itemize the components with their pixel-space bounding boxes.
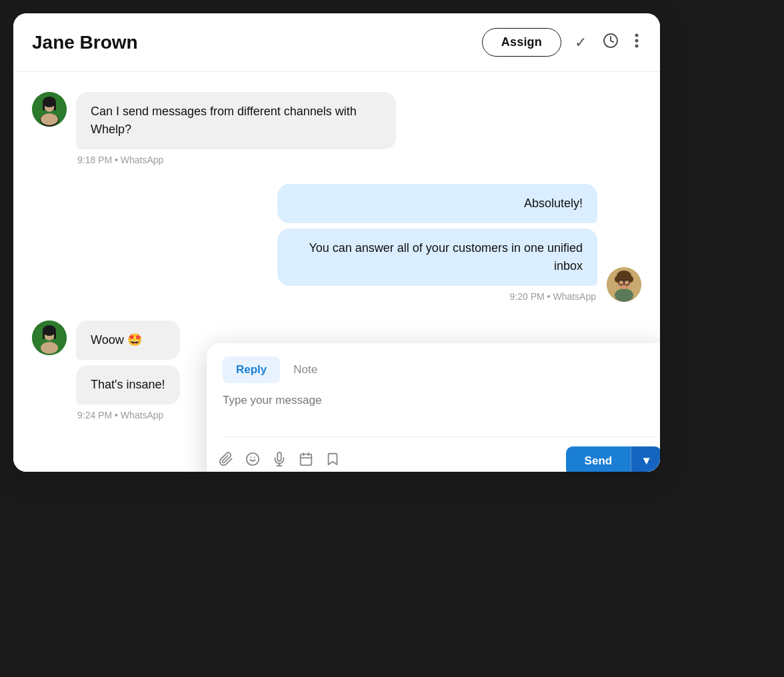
message-content: Can I send messages from different chann… xyxy=(76,92,396,165)
svg-rect-10 xyxy=(43,103,45,111)
note-tab[interactable]: Note xyxy=(280,356,331,383)
message-bubble: Absolutely! xyxy=(277,184,597,223)
svg-point-23 xyxy=(41,342,58,354)
chat-title: Jane Brown xyxy=(32,32,138,53)
reply-box: Reply Note xyxy=(207,343,660,472)
message-bubble: Can I send messages from different chann… xyxy=(76,92,396,149)
message-meta: 9:24 PM • WhatsApp xyxy=(76,410,180,420)
avatar xyxy=(32,92,67,127)
chat-header: Jane Brown Assign ✓ xyxy=(13,13,660,72)
send-button-group: Send ▼ xyxy=(566,446,660,472)
svg-point-13 xyxy=(615,289,633,302)
message-content: Woow 🤩 That's insane! 9:24 PM • WhatsApp xyxy=(76,321,180,420)
message-input[interactable] xyxy=(223,394,657,420)
mic-icon[interactable] xyxy=(272,452,287,470)
bookmark-icon[interactable] xyxy=(325,452,340,470)
chat-window: Jane Brown Assign ✓ xyxy=(13,13,660,472)
calendar-icon[interactable] xyxy=(299,452,313,470)
reply-toolbar: Send ▼ xyxy=(207,437,660,472)
svg-point-1 xyxy=(635,33,639,37)
clock-button[interactable] xyxy=(600,30,621,55)
clock-icon xyxy=(603,33,619,53)
message-bubble: Woow 🤩 xyxy=(76,321,180,360)
send-dropdown-button[interactable]: ▼ xyxy=(631,446,660,472)
message-meta: 9:20 PM • WhatsApp xyxy=(510,291,597,302)
reply-tools xyxy=(219,452,340,470)
chevron-down-icon: ▼ xyxy=(641,454,652,467)
bubble-group: Woow 🤩 That's insane! xyxy=(76,321,180,404)
svg-rect-32 xyxy=(301,454,312,466)
svg-rect-11 xyxy=(54,103,56,111)
bubble-group: Can I send messages from different chann… xyxy=(76,92,396,149)
more-icon xyxy=(635,33,639,53)
more-button[interactable] xyxy=(632,30,641,55)
avatar xyxy=(607,267,641,302)
reply-input-area[interactable] xyxy=(207,383,660,436)
message-meta: 9:18 PM • WhatsApp xyxy=(76,155,396,165)
emoji-icon[interactable] xyxy=(245,452,260,470)
reply-tabs: Reply Note xyxy=(207,343,660,383)
svg-point-8 xyxy=(41,113,58,125)
message-row: Can I send messages from different chann… xyxy=(32,92,641,165)
svg-point-3 xyxy=(635,44,639,47)
message-bubble: You can answer all of your customers in … xyxy=(277,229,597,286)
svg-point-27 xyxy=(247,453,259,465)
avatar xyxy=(32,321,67,355)
message-bubble: That's insane! xyxy=(76,365,180,404)
reply-tab[interactable]: Reply xyxy=(223,356,280,383)
message-content: Absolutely! You can answer all of your c… xyxy=(277,184,597,302)
message-row: Absolutely! You can answer all of your c… xyxy=(32,184,641,302)
assign-button[interactable]: Assign xyxy=(482,28,561,57)
svg-point-2 xyxy=(635,39,639,42)
svg-rect-26 xyxy=(54,331,56,339)
header-actions: Assign ✓ xyxy=(482,28,641,57)
check-button[interactable]: ✓ xyxy=(572,31,589,54)
bubble-group: Absolutely! You can answer all of your c… xyxy=(277,184,597,286)
check-icon: ✓ xyxy=(575,34,587,51)
svg-rect-25 xyxy=(43,331,45,339)
attach-icon[interactable] xyxy=(219,452,233,470)
send-button[interactable]: Send xyxy=(566,446,631,472)
